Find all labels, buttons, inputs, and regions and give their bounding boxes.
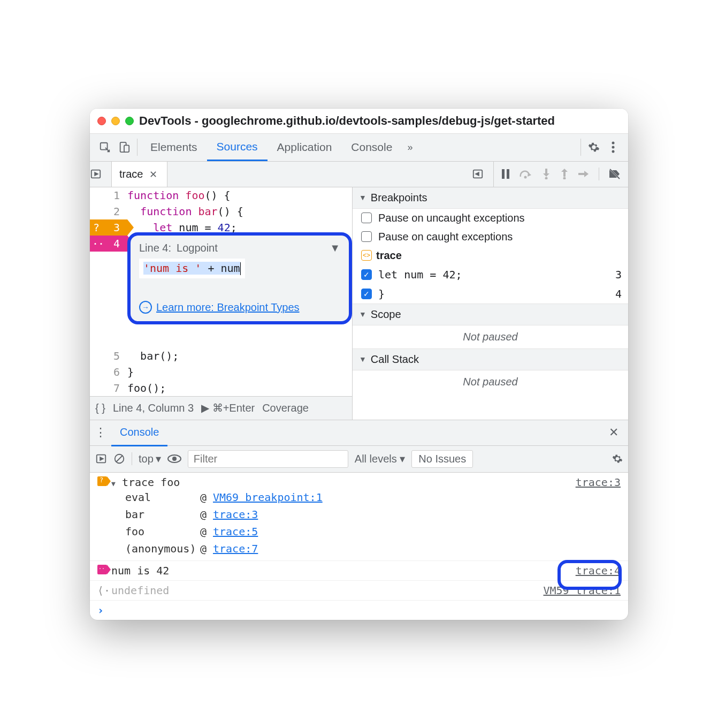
issues-button[interactable]: No Issues [411,450,473,468]
gutter-line[interactable]: 2 [90,203,127,219]
pause-caught-checkbox[interactable]: Pause on caught exceptions [353,228,628,246]
console-log-row[interactable]: ·· num is 42 trace:4 [90,561,628,581]
show-navigator-icon[interactable] [90,168,111,180]
context-selector[interactable]: top▾ [139,452,161,465]
settings-icon[interactable] [584,138,604,157]
learn-more-link[interactable]: Learn more: Breakpoint Types [156,301,300,314]
source-link[interactable]: VM59 trace:1 [544,584,621,597]
close-window-icon[interactable] [97,117,106,125]
gutter-line[interactable]: 1 [90,187,127,203]
gutter-line[interactable]: 6 [90,364,127,380]
svg-marker-7 [95,172,98,176]
tab-sources[interactable]: Sources [207,134,268,161]
svg-point-3 [612,142,615,145]
svg-point-13 [524,176,527,179]
tab-elements[interactable]: Elements [141,134,207,160]
svg-point-4 [612,146,615,149]
return-arrow-icon: ⟨· [97,584,111,597]
kebab-menu-icon[interactable] [604,138,623,157]
more-files-icon[interactable] [472,168,493,180]
line-gutter[interactable]: 1 2 3 4 5 6 7 [90,187,127,396]
deactivate-breakpoints-icon[interactable] [609,169,621,179]
svg-rect-2 [124,145,129,152]
source-link[interactable]: trace:3 [576,476,621,489]
svg-rect-20 [578,173,585,175]
step-into-icon[interactable] [542,169,551,179]
devtools-window: DevTools - googlechrome.github.io/devtoo… [90,109,628,620]
editor-footer: { } Line 4, Column 3 ▶ ⌘+Enter Coverage [90,396,352,420]
breakpoint-item[interactable]: ✓ let num = 42; 3 [353,265,628,284]
drawer-tabs: ⋮ Console ✕ [90,420,628,446]
code-editor[interactable]: 1 2 3 4 5 6 7 function foo() { function … [90,187,352,420]
popup-line-label: Line 4: [139,242,171,254]
file-tab-trace[interactable]: trace ✕ [111,161,167,187]
logpoint-expression-input[interactable]: 'num is ' + num [139,259,245,279]
step-over-icon[interactable] [520,169,532,179]
step-icon[interactable] [578,170,589,178]
tab-application[interactable]: Application [268,134,342,160]
inspect-element-icon[interactable] [95,138,114,157]
cursor-position: Line 4, Column 3 [113,402,194,414]
source-link[interactable]: trace:4 [576,564,621,577]
tab-console[interactable]: Console [341,134,402,160]
window-controls [97,117,134,125]
breakpoint-item[interactable]: ✓ } 4 [353,284,628,304]
source-link: trace:7 [213,542,258,555]
prompt-chevron-icon: › [97,604,104,617]
stack-frame[interactable]: foo@trace:5 [125,523,576,540]
gutter-line[interactable]: 7 [90,380,127,396]
scope-section-header[interactable]: ▼ Scope [353,304,628,325]
gutter-line[interactable]: 5 [90,348,127,364]
stack-frame[interactable]: bar@trace:3 [125,506,576,523]
zoom-window-icon[interactable] [125,117,134,125]
window-titlebar: DevTools - googlechrome.github.io/devtoo… [90,109,628,134]
svg-rect-11 [507,169,509,179]
stack-frame[interactable]: eval@VM69 breakpoint:1 [125,489,576,506]
sources-toolbar: trace ✕ [90,162,628,187]
drawer-tab-console[interactable]: Console [111,420,167,446]
svg-rect-10 [502,169,505,179]
source-link: trace:3 [213,508,258,521]
breakpoint-file-group[interactable]: <> trace [353,246,628,265]
svg-point-16 [545,177,548,180]
logpoint-badge-icon: ·· [97,565,107,574]
close-tab-icon[interactable]: ✕ [147,169,159,180]
svg-rect-18 [563,171,566,177]
gutter-line-breakpoint[interactable]: 3 [90,219,127,236]
info-arrow-icon: → [139,301,152,314]
console-trace-group[interactable]: ? ▼ trace foo eval@VM69 breakpoint:1 bar… [90,473,628,561]
console-sidebar-icon[interactable] [95,453,107,465]
step-out-icon[interactable] [560,169,569,179]
svg-rect-14 [545,169,547,174]
logpoint-editor-popup[interactable]: Line 4: Logpoint ▼ 'num is ' + num → Lea… [127,232,352,325]
close-drawer-icon[interactable]: ✕ [599,426,628,439]
pause-uncaught-checkbox[interactable]: Pause on uncaught exceptions [353,209,628,228]
callstack-section-header[interactable]: ▼ Call Stack [353,348,628,370]
sources-content: 1 2 3 4 5 6 7 function foo() { function … [90,187,628,420]
file-badge-icon: <> [361,250,372,261]
console-toolbar: top▾ All levels ▾ No Issues [90,446,628,473]
minimize-window-icon[interactable] [111,117,120,125]
coverage-button[interactable]: Coverage [262,402,309,414]
gutter-line-logpoint[interactable]: 4 [90,236,127,252]
console-prompt[interactable]: › [90,601,628,620]
device-toolbar-icon[interactable] [114,138,134,157]
file-tab-label: trace [119,168,143,180]
live-expression-icon[interactable] [167,454,181,464]
svg-point-5 [612,150,615,153]
debugger-controls [493,161,628,187]
more-tabs-icon[interactable]: » [402,142,418,153]
drawer-menu-icon[interactable]: ⋮ [90,426,111,439]
dropdown-icon[interactable]: ▼ [330,242,340,254]
console-settings-icon[interactable] [612,453,623,464]
breakpoint-type-select[interactable]: Logpoint [177,242,218,254]
log-levels-selector[interactable]: All levels ▾ [355,452,405,465]
stack-frame[interactable]: (anonymous)@trace:7 [125,540,576,557]
breakpoints-section-header[interactable]: ▼ Breakpoints [353,187,628,209]
console-filter-input[interactable] [188,450,348,468]
pretty-print-button[interactable]: { } [95,402,105,414]
svg-marker-9 [476,172,479,176]
pause-icon[interactable] [501,169,510,179]
clear-console-icon[interactable] [113,453,125,465]
run-snippet-hint[interactable]: ▶ ⌘+Enter [201,401,255,414]
